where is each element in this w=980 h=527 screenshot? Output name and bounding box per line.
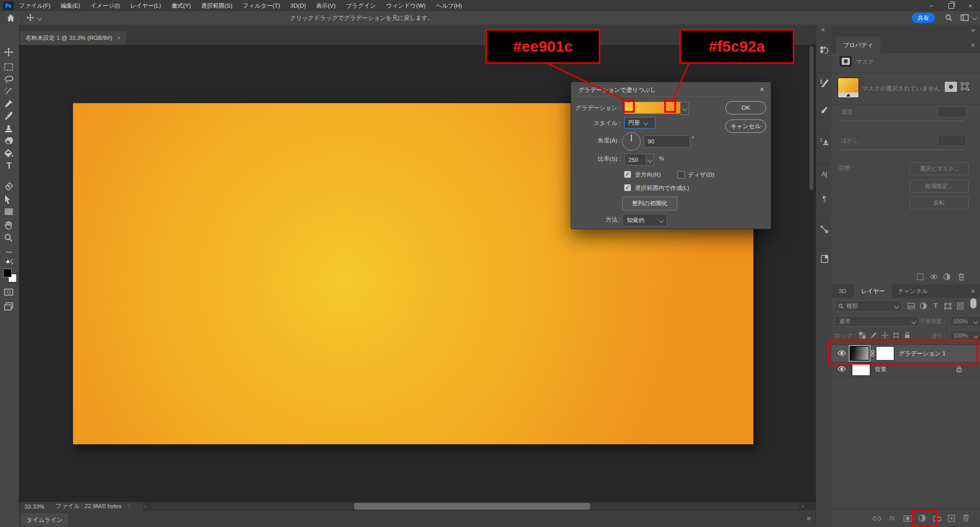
workspace-switcher-icon[interactable]	[961, 14, 969, 21]
eraser-tool-icon[interactable]	[4, 137, 14, 147]
lock-artboard-icon[interactable]	[892, 331, 900, 339]
blend-mode-select[interactable]: 通常	[835, 316, 919, 327]
filter-shape-layers-icon[interactable]	[944, 302, 952, 310]
brush-tool-icon[interactable]	[4, 111, 14, 122]
layer-name[interactable]: グラデーション 1	[899, 350, 946, 357]
menu-plugins[interactable]: プラグイン	[341, 0, 381, 11]
quick-mask-icon[interactable]	[4, 289, 14, 299]
angle-dial[interactable]	[622, 132, 641, 151]
new-group-folder-icon[interactable]	[933, 514, 942, 523]
object-selection-tool-icon[interactable]	[4, 87, 14, 97]
tools-customize-panel-icon[interactable]	[819, 224, 830, 235]
invert-button[interactable]: 反転	[910, 197, 969, 209]
menu-image[interactable]: イメージ(I)	[85, 0, 125, 11]
expand-panels-icon[interactable]: »	[971, 27, 975, 34]
gradient-preview-well[interactable]	[624, 102, 681, 114]
properties-menu-icon[interactable]: ≡	[971, 41, 975, 49]
document-tab[interactable]: 名称未設定 1 @ 33.3% (RGB/8#) ×	[20, 31, 126, 45]
cancel-button[interactable]: キャンセル	[725, 119, 766, 133]
menu-layer[interactable]: レイヤー(L)	[125, 0, 166, 11]
opacity-input[interactable]: 100%	[950, 316, 980, 327]
brushes-panel-icon[interactable]	[819, 104, 830, 115]
gradient-picker-chevron[interactable]	[680, 102, 689, 115]
shape-tool-icon[interactable]	[4, 208, 14, 218]
style-select[interactable]: 円形	[624, 117, 655, 129]
lasso-tool-icon[interactable]	[4, 75, 14, 85]
move-tool-options-icon[interactable]	[27, 14, 34, 21]
delete-mask-trash-icon[interactable]	[957, 273, 965, 281]
tab-3d[interactable]: 3D	[831, 284, 853, 298]
vertical-scrollbar[interactable]	[810, 46, 814, 190]
filter-smart-objects-icon[interactable]	[956, 302, 964, 310]
path-selection-tool-icon[interactable]	[4, 195, 14, 205]
swap-colors-icon[interactable]	[4, 258, 15, 268]
invert-mask-icon[interactable]	[943, 273, 951, 281]
gradient-layer-thumbnail[interactable]	[838, 78, 859, 98]
layer-name[interactable]: 背景	[875, 366, 887, 373]
filter-adjustment-layers-icon[interactable]	[919, 302, 927, 310]
density-slider[interactable]	[841, 121, 965, 122]
home-icon[interactable]	[7, 14, 15, 22]
method-select[interactable]: 知覚的	[622, 214, 667, 226]
share-button[interactable]: 共有	[912, 13, 935, 23]
horizontal-scrollbar-thumb[interactable]	[354, 503, 590, 510]
density-input[interactable]	[938, 106, 966, 117]
menu-view[interactable]: 表示(V)	[311, 0, 340, 11]
layers-menu-icon[interactable]: ≡	[971, 288, 975, 295]
foreground-color-swatch[interactable]	[3, 269, 12, 277]
restore-button[interactable]	[941, 0, 961, 11]
menu-type[interactable]: 書式(Y)	[166, 0, 196, 11]
ok-button[interactable]: OK	[725, 101, 766, 114]
hand-tool-icon[interactable]	[4, 221, 14, 231]
gradient-fill-thumbnail[interactable]	[850, 346, 869, 361]
background-layer-thumbnail[interactable]	[852, 363, 870, 376]
menu-select[interactable]: 選択範囲(S)	[196, 0, 237, 11]
layer-filter-select[interactable]: 種類	[835, 300, 902, 312]
menu-3d[interactable]: 3D(D)	[285, 0, 311, 11]
layer-visibility-eye-icon[interactable]	[838, 366, 846, 372]
document-tab-close-icon[interactable]: ×	[117, 35, 121, 42]
scroll-right-icon[interactable]: ›	[802, 503, 804, 509]
select-and-mask-button[interactable]: 選択とマスク...	[910, 162, 969, 175]
clip-mask-icon[interactable]	[916, 273, 924, 281]
delete-layer-trash-icon[interactable]	[961, 513, 970, 522]
scroll-left-icon[interactable]: ‹	[144, 503, 146, 509]
minimize-button[interactable]: −	[922, 0, 941, 11]
menu-file[interactable]: ファイル(F)	[14, 0, 56, 11]
close-button[interactable]: ×	[961, 0, 980, 11]
zoom-tool-icon[interactable]	[4, 233, 14, 244]
lock-all-icon[interactable]	[903, 331, 911, 339]
layer-row-background[interactable]: 背景	[831, 362, 980, 377]
link-layers-icon[interactable]	[872, 514, 881, 523]
type-tool-icon[interactable]: T	[4, 161, 14, 171]
within-selection-checkbox[interactable]: ✓	[624, 184, 631, 191]
angle-input[interactable]: 90	[644, 135, 690, 148]
feather-input[interactable]	[938, 135, 966, 146]
paragraph-panel-icon[interactable]: ¶	[819, 193, 830, 204]
filter-pixel-layers-icon[interactable]	[907, 302, 915, 310]
layer-row-gradient[interactable]: グラデーション 1	[831, 345, 980, 362]
character-panel-icon[interactable]: A|	[819, 169, 830, 180]
tab-layers[interactable]: レイヤー	[854, 284, 892, 298]
pen-tool-icon[interactable]	[4, 182, 14, 192]
timeline-menu-icon[interactable]: ≡	[807, 515, 811, 522]
search-icon[interactable]	[945, 14, 952, 21]
menu-window[interactable]: ウィンドウ(W)	[381, 0, 430, 11]
libraries-panel-icon[interactable]	[819, 253, 830, 265]
paint-bucket-tool-icon[interactable]	[4, 149, 14, 159]
tab-channels[interactable]: チャンネル	[891, 284, 935, 298]
color-range-button[interactable]: 色域指定 ...	[910, 180, 969, 193]
layer-style-fx-icon[interactable]: fx	[888, 513, 897, 522]
workspace-chevron-icon[interactable]	[972, 15, 977, 20]
fill-input[interactable]: 100%	[950, 330, 980, 341]
new-adjustment-layer-icon[interactable]	[917, 513, 926, 522]
lock-pixels-icon[interactable]	[869, 331, 877, 339]
edit-toolbar-icon[interactable]: •••	[4, 247, 14, 257]
reset-alignment-button[interactable]: 整列の初期化	[622, 197, 677, 210]
tab-properties[interactable]: プロパティ	[836, 37, 880, 53]
filter-toggle-switch[interactable]	[970, 298, 976, 308]
menu-filter[interactable]: フィルター(T)	[237, 0, 285, 11]
menu-edit[interactable]: 編集(E)	[56, 0, 85, 11]
menu-help[interactable]: ヘルプ(H)	[431, 0, 467, 11]
zoom-level[interactable]: 33.33%	[20, 504, 48, 510]
